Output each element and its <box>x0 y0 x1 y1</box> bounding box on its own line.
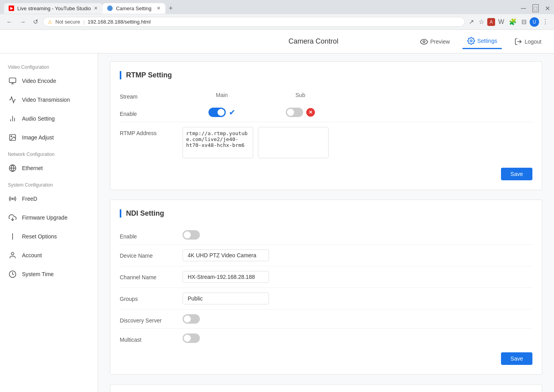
firmware-upgrade-icon <box>8 213 17 222</box>
sidebar-label-firmware-upgrade: Firmware Upgrade <box>22 214 68 221</box>
image-adjust-icon <box>8 133 17 142</box>
close-window-icon[interactable]: ✕ <box>545 5 550 12</box>
groups-row: Groups <box>120 288 532 310</box>
stream-headers-row: Stream Main Sub <box>120 87 532 103</box>
tab-youtube-label: Live streaming - YouTube Studio <box>17 5 91 11</box>
account-icon <box>8 251 17 260</box>
sidebar-label-video-transmission: Video Transmission <box>22 97 70 103</box>
separator: | <box>83 19 84 25</box>
settings-button[interactable]: Settings <box>463 34 502 49</box>
tab-camera-close[interactable]: ✕ <box>157 5 161 11</box>
main-status-check-icon: ✔ <box>229 108 236 117</box>
channel-name-row: Channel Name <box>120 266 532 288</box>
forward-button[interactable]: → <box>17 17 28 27</box>
sub-rtmp-input[interactable] <box>258 127 329 158</box>
multicast-toggle-slider <box>183 333 200 343</box>
bookmark-icon[interactable]: ☆ <box>477 16 486 27</box>
device-name-row: Device Name <box>120 245 532 266</box>
discovery-server-toggle[interactable] <box>183 314 200 324</box>
device-name-label: Device Name <box>120 249 183 259</box>
groups-input[interactable] <box>183 293 269 304</box>
sidebar-section-network: Network Configuration <box>0 147 98 159</box>
sidebar-item-audio-setting[interactable]: Audio Setting <box>0 109 98 128</box>
discovery-server-label: Discovery Server <box>120 314 183 324</box>
sub-toggle-slider <box>286 108 303 117</box>
multicast-label: Multicast <box>120 333 183 343</box>
svg-point-0 <box>423 40 425 42</box>
sidebar-item-image-adjust[interactable]: Image Adjust <box>0 128 98 147</box>
logout-button[interactable]: Logout <box>510 35 546 49</box>
split-view-icon[interactable]: ⊟ <box>520 16 528 27</box>
stream-column-label: Stream <box>120 90 183 100</box>
logout-label: Logout <box>525 38 541 45</box>
not-secure-label: Not secure <box>55 19 80 25</box>
discovery-toggle-slider <box>183 314 200 324</box>
sidebar-item-system-time[interactable]: System Time <box>0 265 98 284</box>
tab-youtube-close[interactable]: ✕ <box>94 5 98 11</box>
main-enable-toggle[interactable] <box>208 108 226 117</box>
sidebar-item-video-transmission[interactable]: Video Transmission <box>0 90 98 109</box>
multicast-toggle[interactable] <box>183 333 200 343</box>
tab-camera-label: Camera Setting <box>116 5 151 11</box>
sidebar: Video Configuration Video Encode Video T… <box>0 53 98 392</box>
sidebar-item-firmware-upgrade[interactable]: Firmware Upgrade <box>0 208 98 227</box>
sidebar-item-account[interactable]: Account <box>0 246 98 265</box>
sidebar-section-system: System Configuration <box>0 178 98 189</box>
ndi-enable-label: Enable <box>120 230 183 240</box>
video-transmission-icon <box>8 95 17 104</box>
ndi-title: NDI Setting <box>120 209 532 218</box>
app-body: Video Configuration Video Encode Video T… <box>0 53 554 392</box>
extensions-icon[interactable]: 🧩 <box>507 16 518 27</box>
ndi-toggle-slider <box>183 230 200 240</box>
discovery-server-row: Discovery Server <box>120 310 532 329</box>
freed-icon <box>8 194 17 203</box>
ethernet-icon <box>8 163 17 173</box>
tab-camera[interactable]: Camera Setting ✕ <box>102 3 165 14</box>
sidebar-item-ethernet[interactable]: Ethernet <box>0 159 98 178</box>
sidebar-section-video: Video Configuration <box>0 60 98 71</box>
rtmp-title: RTMP Setting <box>120 71 532 79</box>
sub-enable-toggle[interactable] <box>286 108 303 117</box>
channel-name-label: Channel Name <box>120 271 183 280</box>
main-rtmp-input[interactable] <box>183 127 253 158</box>
extension2-icon[interactable]: W <box>497 17 506 27</box>
enable-label: Enable <box>120 108 183 117</box>
ndi-enable-toggle[interactable] <box>183 230 200 240</box>
extension-icon[interactable]: A <box>487 18 495 26</box>
minimize-icon[interactable]: ─ <box>521 4 526 13</box>
profile-icon[interactable]: U <box>530 17 539 27</box>
sidebar-item-freed[interactable]: FreeD <box>0 189 98 208</box>
groups-label: Groups <box>120 293 183 302</box>
rtmp-address-inputs <box>183 127 329 158</box>
tab-youtube[interactable]: ▶ Live streaming - YouTube Studio ✕ <box>4 3 102 14</box>
svg-point-1 <box>470 40 472 42</box>
app-title: Camera Control <box>212 37 415 46</box>
sidebar-label-reset-options: Reset Options <box>22 233 57 240</box>
preview-label: Preview <box>430 38 450 45</box>
sidebar-label-audio-setting: Audio Setting <box>22 115 55 122</box>
title-bar: ▶ Live streaming - YouTube Studio ✕ Came… <box>0 0 554 14</box>
rtmp-address-label: RTMP Address <box>120 127 183 136</box>
camera-favicon <box>107 5 113 11</box>
preview-icon <box>420 38 428 46</box>
refresh-button[interactable]: ↺ <box>31 16 40 27</box>
maximize-icon[interactable]: □ <box>532 4 539 12</box>
preview-button[interactable]: Preview <box>415 35 455 49</box>
settings-label: Settings <box>477 38 497 44</box>
sidebar-item-video-encode[interactable]: Video Encode <box>0 71 98 90</box>
channel-name-input[interactable] <box>183 271 269 283</box>
menu-icon[interactable]: ⋮ <box>541 16 550 27</box>
sidebar-item-reset-options[interactable]: Reset Options <box>0 227 98 246</box>
share-icon[interactable]: ↗ <box>467 16 475 27</box>
rtmp-section: RTMP Setting Stream Main Sub Enable ✔ <box>110 61 542 190</box>
address-bar[interactable]: ⚠ Not secure | 192.168.28.188/setting.ht… <box>43 17 465 27</box>
ndi-section: NDI Setting Enable Device Name Channel N… <box>110 200 542 375</box>
multicast-row: Multicast <box>120 329 532 348</box>
back-button[interactable]: ← <box>4 17 15 27</box>
ndi-save-button[interactable]: Save <box>501 352 532 365</box>
new-tab-button[interactable]: + <box>165 4 176 13</box>
logout-icon <box>514 38 522 46</box>
main-toggle-group: ✔ <box>183 108 261 117</box>
device-name-input[interactable] <box>183 249 269 261</box>
rtmp-save-button[interactable]: Save <box>501 168 532 180</box>
